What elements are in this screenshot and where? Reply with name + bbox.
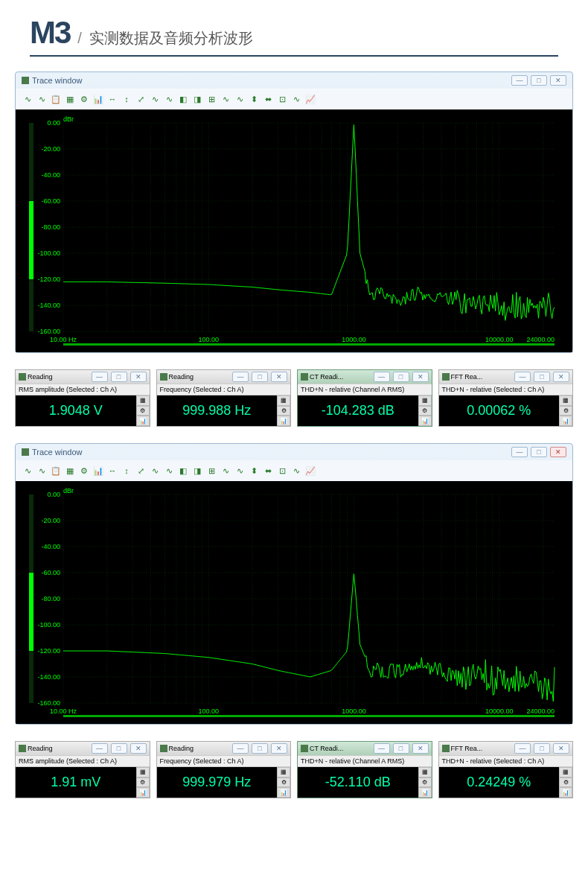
tool-icon[interactable]: ∿ bbox=[234, 465, 246, 477]
minimize-button[interactable]: — bbox=[232, 743, 249, 754]
minimize-button[interactable]: — bbox=[374, 743, 390, 754]
tool-icon[interactable]: ∿ bbox=[290, 93, 302, 105]
tool-icon[interactable]: ◧ bbox=[177, 93, 189, 105]
side-icon[interactable]: 📊 bbox=[136, 416, 150, 426]
tool-icon[interactable]: ⬌ bbox=[262, 93, 274, 105]
close-button[interactable]: ✕ bbox=[130, 372, 147, 382]
side-icon[interactable]: 📊 bbox=[136, 787, 150, 798]
tool-icon[interactable]: ⚙ bbox=[78, 465, 90, 477]
side-icon[interactable]: 📊 bbox=[559, 416, 572, 426]
tool-icon[interactable]: ↔ bbox=[106, 465, 118, 477]
tool-icon[interactable]: ∿ bbox=[163, 93, 175, 105]
tool-icon[interactable]: ∿ bbox=[149, 465, 161, 477]
minimize-button[interactable]: — bbox=[374, 372, 390, 382]
side-icon[interactable]: 📊 bbox=[277, 787, 290, 798]
tool-icon[interactable]: ∿ bbox=[149, 93, 161, 105]
tool-icon[interactable]: ◧ bbox=[177, 465, 189, 477]
svg-rect-111 bbox=[63, 715, 555, 717]
tool-icon[interactable]: ∿ bbox=[36, 465, 48, 477]
side-icon[interactable]: 📊 bbox=[277, 416, 290, 426]
maximize-button[interactable]: □ bbox=[393, 372, 409, 382]
side-icon[interactable]: 📊 bbox=[559, 787, 572, 798]
tool-icon[interactable]: ∿ bbox=[234, 93, 246, 105]
close-button[interactable]: ✕ bbox=[553, 743, 569, 754]
maximize-button[interactable]: □ bbox=[531, 447, 547, 457]
side-icon[interactable]: ⚙ bbox=[559, 406, 572, 416]
maximize-button[interactable]: □ bbox=[393, 743, 409, 754]
tool-icon[interactable]: 📈 bbox=[304, 465, 316, 477]
tool-icon[interactable]: ∿ bbox=[220, 93, 231, 105]
tool-icon[interactable]: ⬍ bbox=[248, 465, 260, 477]
tool-icon[interactable]: 📋 bbox=[50, 465, 62, 477]
side-icon[interactable]: ▦ bbox=[277, 767, 290, 778]
tool-icon[interactable]: ∿ bbox=[22, 93, 33, 105]
side-icon[interactable]: 📊 bbox=[418, 416, 432, 426]
maximize-button[interactable]: □ bbox=[252, 372, 268, 382]
side-icon[interactable]: ⚙ bbox=[277, 406, 290, 416]
tool-icon[interactable]: ∿ bbox=[163, 465, 175, 477]
maximize-button[interactable]: □ bbox=[531, 75, 547, 86]
tool-icon[interactable]: ◨ bbox=[191, 465, 203, 477]
reading-title: FFT Rea... bbox=[451, 373, 483, 381]
tool-icon[interactable]: ⚙ bbox=[78, 93, 90, 105]
close-button[interactable]: ✕ bbox=[550, 447, 566, 457]
maximize-button[interactable]: □ bbox=[111, 372, 127, 382]
side-icon[interactable]: ⚙ bbox=[418, 778, 432, 788]
close-button[interactable]: ✕ bbox=[412, 743, 429, 754]
tool-icon[interactable]: ▦ bbox=[64, 465, 76, 477]
side-icon[interactable]: ▦ bbox=[418, 395, 432, 406]
tool-icon[interactable]: ⊞ bbox=[205, 465, 217, 477]
maximize-button[interactable]: □ bbox=[534, 743, 550, 754]
close-button[interactable]: ✕ bbox=[412, 372, 429, 382]
tool-icon[interactable]: ⤢ bbox=[135, 93, 147, 105]
tool-icon[interactable]: ∿ bbox=[36, 93, 48, 105]
tool-icon[interactable]: ⬍ bbox=[248, 93, 260, 105]
side-icon[interactable]: ⚙ bbox=[559, 778, 572, 788]
minimize-button[interactable]: — bbox=[514, 372, 531, 382]
tool-icon[interactable]: ⊞ bbox=[205, 93, 217, 105]
close-button[interactable]: ✕ bbox=[271, 372, 287, 382]
close-button[interactable]: ✕ bbox=[130, 743, 147, 754]
tool-icon[interactable]: ⬌ bbox=[262, 465, 274, 477]
side-icon[interactable]: ▦ bbox=[136, 395, 150, 406]
tool-icon[interactable]: ↕ bbox=[121, 93, 132, 105]
tool-icon[interactable]: ↕ bbox=[121, 465, 132, 477]
side-icon[interactable]: ▦ bbox=[559, 767, 572, 778]
side-icon[interactable]: ▦ bbox=[418, 767, 432, 778]
side-icon[interactable]: ⚙ bbox=[277, 778, 290, 788]
minimize-button[interactable]: — bbox=[92, 743, 108, 754]
tool-icon[interactable]: 📈 bbox=[304, 93, 316, 105]
side-icon[interactable]: ⚙ bbox=[136, 778, 150, 788]
minimize-button[interactable]: — bbox=[232, 372, 249, 382]
tool-icon[interactable]: 📊 bbox=[92, 465, 104, 477]
tool-icon[interactable]: ◨ bbox=[191, 93, 203, 105]
maximize-button[interactable]: □ bbox=[111, 743, 127, 754]
side-icon[interactable]: 📊 bbox=[418, 787, 432, 798]
tool-icon[interactable]: 📊 bbox=[92, 93, 104, 105]
close-button[interactable]: ✕ bbox=[550, 75, 566, 86]
side-icon[interactable]: ▦ bbox=[277, 395, 290, 406]
svg-text:24000.00: 24000.00 bbox=[526, 707, 555, 715]
close-button[interactable]: ✕ bbox=[271, 743, 287, 754]
maximize-button[interactable]: □ bbox=[252, 743, 268, 754]
minimize-button[interactable]: — bbox=[92, 372, 108, 382]
tool-icon[interactable]: ∿ bbox=[22, 465, 33, 477]
tool-icon[interactable]: ▦ bbox=[64, 93, 76, 105]
tool-icon[interactable]: ⤢ bbox=[135, 465, 147, 477]
toolbar: ∿∿📋▦⚙📊↔↕⤢∿∿◧◨⊞∿∿⬍⬌⊡∿📈 bbox=[16, 460, 572, 481]
tool-icon[interactable]: ⊡ bbox=[276, 465, 288, 477]
side-icon[interactable]: ⚙ bbox=[418, 406, 432, 416]
tool-icon[interactable]: ∿ bbox=[220, 465, 231, 477]
minimize-button[interactable]: — bbox=[511, 447, 528, 457]
minimize-button[interactable]: — bbox=[511, 75, 528, 86]
maximize-button[interactable]: □ bbox=[534, 372, 550, 382]
close-button[interactable]: ✕ bbox=[553, 372, 569, 382]
tool-icon[interactable]: 📋 bbox=[50, 93, 62, 105]
tool-icon[interactable]: ∿ bbox=[290, 465, 302, 477]
minimize-button[interactable]: — bbox=[514, 743, 531, 754]
tool-icon[interactable]: ↔ bbox=[106, 93, 118, 105]
tool-icon[interactable]: ⊡ bbox=[276, 93, 288, 105]
side-icon[interactable]: ▦ bbox=[136, 767, 150, 778]
side-icon[interactable]: ▦ bbox=[559, 395, 572, 406]
side-icon[interactable]: ⚙ bbox=[136, 406, 150, 416]
